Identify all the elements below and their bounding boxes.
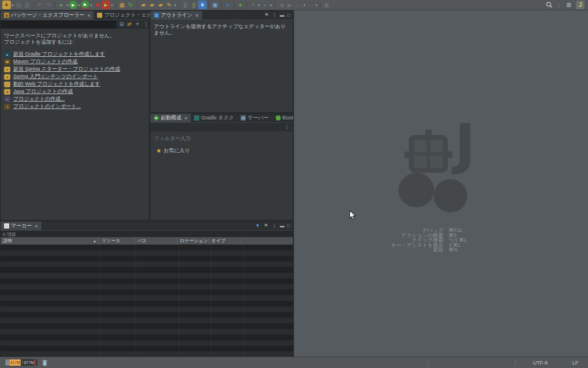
project-link[interactable]: プロジェクトのインポート... xyxy=(13,103,81,110)
maximize-icon[interactable]: □ xyxy=(287,13,290,18)
dropdown-arrow-icon[interactable]: ▾ xyxy=(110,3,114,7)
tab-outline[interactable]: ≡ アウトライン × xyxy=(150,11,202,20)
open-file-icon[interactable]: ▰ xyxy=(148,1,156,9)
close-icon[interactable]: × xyxy=(34,223,37,229)
project-link-row[interactable]: ● 新規 Spring スターター・プロジェクトの作成 xyxy=(4,65,145,73)
spring-starter-icon: ● xyxy=(4,67,10,72)
project-link-row[interactable]: M Maven プロジェクトの作成 xyxy=(4,58,145,65)
open-resource-icon[interactable]: ▰ xyxy=(156,1,165,9)
view-tab[interactable]: ▦ パッケージ・エクスプローラー × xyxy=(1,11,94,20)
dropdown-arrow-icon[interactable]: ▾ xyxy=(173,3,177,7)
column-header[interactable]: リソース ▲ xyxy=(99,237,135,245)
new-wizard-icon[interactable]: + xyxy=(2,1,11,9)
status-overflow-icon[interactable]: ⋮ xyxy=(513,360,518,366)
minimize-icon[interactable]: ▬ xyxy=(280,13,284,18)
column-divider xyxy=(99,245,100,356)
project-link[interactable]: プロジェクトの作成... xyxy=(13,95,65,103)
launch-filter-input[interactable]: フィルター入力 xyxy=(150,131,293,142)
project-link-row[interactable]: J Java プロジェクトの作成 xyxy=(4,88,145,95)
view-menu-icon[interactable]: ⋮ xyxy=(284,125,289,130)
debug-icon[interactable]: ● xyxy=(57,1,65,9)
redo-icon[interactable]: ↷ xyxy=(44,1,53,9)
toolbar-overflow-icon[interactable]: ⋮ xyxy=(556,2,562,8)
tab-label: アウトライン xyxy=(161,11,192,19)
relaunch-icon[interactable]: ▶ xyxy=(102,1,110,9)
console-icon[interactable]: ▣ xyxy=(211,1,219,9)
link-with-editor-icon[interactable]: ⇄ xyxy=(127,22,132,27)
new-interface-icon[interactable]: ▯ xyxy=(189,1,198,9)
project-link[interactable]: 新規 Gradle プロジェクトを作成します xyxy=(13,51,105,58)
forward-icon[interactable]: → xyxy=(306,1,315,9)
spring-icon[interactable]: S xyxy=(198,1,207,9)
column-header[interactable]: タイプ ▲ xyxy=(209,237,242,245)
project-link-row[interactable]: ○ 動的 Web プロジェクトを作成します xyxy=(4,80,145,88)
project-link[interactable]: Java プロジェクトの作成 xyxy=(13,88,73,95)
open-folder-icon[interactable]: ▰ xyxy=(139,1,148,9)
view-tab[interactable]: Gradle タスク × xyxy=(191,114,237,122)
project-link-row[interactable]: + プロジェクトの作成... xyxy=(4,95,145,103)
spring-tool-icon[interactable]: ● xyxy=(223,1,232,9)
status-overflow-icon[interactable]: ⋮ xyxy=(425,360,430,366)
project-link-row[interactable]: ↘ プロジェクトのインポート... xyxy=(4,103,145,110)
tab-markers[interactable]: • マーカー × xyxy=(1,222,41,230)
mouse-cursor xyxy=(349,210,356,220)
project-link[interactable]: 新規 Spring スターター・プロジェクトの作成 xyxy=(13,65,120,73)
gradle-refresh-icon[interactable]: ↻ xyxy=(126,1,135,9)
next-annotation-icon[interactable]: ▼ xyxy=(249,1,257,9)
close-icon[interactable]: × xyxy=(87,13,90,18)
view-menu-icon[interactable]: ⋮ xyxy=(144,22,149,27)
column-divider xyxy=(136,245,136,356)
undo-icon[interactable]: ↶ xyxy=(36,1,44,9)
stop-icon[interactable]: ■ xyxy=(93,1,102,9)
filter-icon[interactable]: ▼ xyxy=(255,223,260,228)
project-link[interactable]: 動的 Web プロジェクトを作成します xyxy=(13,80,100,88)
filter-icon[interactable]: ▼ xyxy=(135,22,140,27)
java-perspective-icon[interactable]: J xyxy=(576,1,585,9)
shortcut-row: キー・アシストを表示 ⇧⌘L xyxy=(380,243,478,248)
view-tab[interactable]: ▤ サーバー × xyxy=(237,114,272,122)
save-all-icon[interactable]: ▥ xyxy=(23,1,32,9)
coverage-icon[interactable]: ▶ xyxy=(81,1,90,9)
minimize-icon[interactable]: ▬ xyxy=(280,224,284,228)
forward-history-icon[interactable]: ▶ xyxy=(285,1,294,9)
maximize-icon[interactable]: □ xyxy=(287,224,290,228)
explorer-filter-input[interactable] xyxy=(1,21,116,28)
project-link[interactable]: Maven プロジェクトの作成 xyxy=(13,58,78,65)
last-edit-location-icon[interactable]: ▣ xyxy=(322,1,331,9)
encoding-indicator: UTF-8 xyxy=(518,360,563,366)
save-icon[interactable]: ▤ xyxy=(14,1,23,9)
launch-configurations-view: ▶ 起動構成 × Gradle タスク × ▤ サーバー × Boot ダッシ.… xyxy=(150,113,293,220)
dropdown-arrow-icon[interactable]: ▾ xyxy=(315,3,318,7)
new-class-icon[interactable]: ▯ xyxy=(181,1,189,9)
project-link-row[interactable]: ▲ 新規 Gradle プロジェクトを作成します xyxy=(4,51,145,58)
focus-icon[interactable]: ⚑ xyxy=(264,13,269,18)
view-menu-icon[interactable]: ⋮ xyxy=(272,223,277,228)
back-icon[interactable]: ← xyxy=(294,1,303,9)
close-icon[interactable]: × xyxy=(184,115,187,121)
boot-icon[interactable]: ● xyxy=(236,1,245,9)
new-java-element-icon[interactable]: ▦ xyxy=(118,1,126,9)
open-perspective-icon[interactable]: ⊞ xyxy=(564,1,573,9)
column-header[interactable]: ロケーション ▲ xyxy=(177,237,209,245)
prev-annotation-icon[interactable]: ▲ xyxy=(261,1,269,9)
toolbar-separator xyxy=(208,2,209,9)
project-link-row[interactable]: ● Spring 入門コンテンツのインポート xyxy=(4,73,145,80)
servers-icon: ▤ xyxy=(241,115,246,121)
favorites-item[interactable]: ★ お気に入り xyxy=(150,142,293,154)
dynamic-web-project-icon: ○ xyxy=(4,82,10,87)
view-tab[interactable]: ▶ 起動構成 × xyxy=(150,114,191,122)
column-header[interactable]: パス ▲ xyxy=(135,237,177,245)
run-icon[interactable]: ▶ xyxy=(69,1,78,9)
focus-icon[interactable]: ⚑ xyxy=(264,223,268,228)
project-link[interactable]: Spring 入門コンテンツのインポート xyxy=(13,73,98,80)
markers-icon: • xyxy=(4,223,9,228)
edit-icon[interactable]: ✎ xyxy=(165,1,173,9)
close-icon[interactable]: × xyxy=(195,13,198,18)
collapse-all-icon[interactable]: ⊟ xyxy=(119,22,124,27)
dropdown-arrow-icon[interactable]: ▾ xyxy=(269,3,273,7)
search-icon[interactable] xyxy=(545,1,554,9)
back-history-icon[interactable]: ◀ xyxy=(277,1,285,9)
view-menu-icon[interactable]: ⋮ xyxy=(272,13,277,18)
garbage-collect-button[interactable] xyxy=(40,358,49,367)
column-header[interactable]: 説明 ▲ xyxy=(1,237,99,245)
